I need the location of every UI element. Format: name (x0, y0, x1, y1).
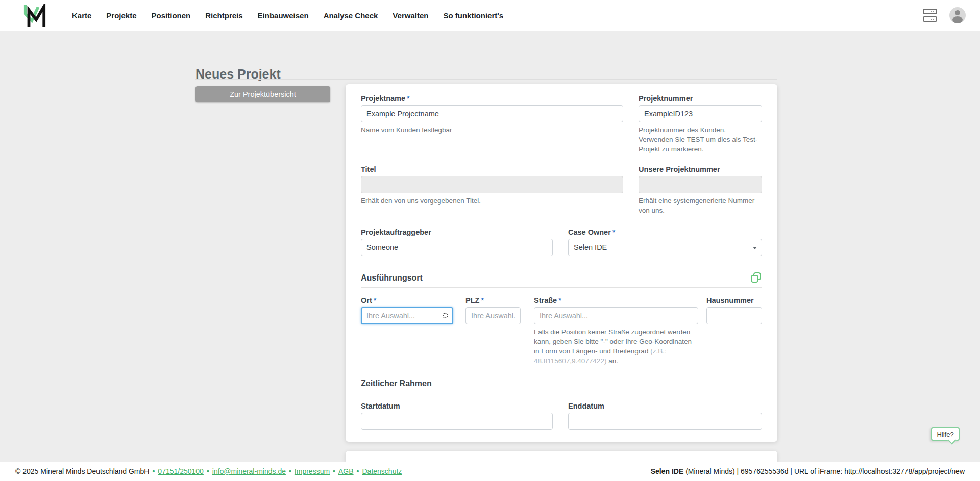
startdatum-label: Startdatum (361, 402, 553, 410)
chevron-down-icon (753, 247, 757, 249)
plz-label: PLZ* (465, 296, 521, 305)
title-divider (195, 79, 777, 80)
enddatum-input[interactable] (568, 413, 762, 430)
footer-left: © 2025 Mineral Minds Deutschland GmbH • … (15, 467, 402, 475)
footer-separator: • (207, 467, 209, 475)
projektauftraggeber-input[interactable] (361, 239, 553, 256)
strasse-input[interactable] (534, 307, 698, 324)
projektauftraggeber-label: Projektauftraggeber (361, 228, 553, 236)
projektname-label: Projektname* (361, 94, 623, 103)
footer-separator: • (333, 467, 335, 475)
projektname-helper: Name vom Kunden festlegbar (361, 125, 623, 135)
main-navigation: Karte Projekte Positionen Richtpreis Ein… (72, 11, 503, 20)
unsere-projektnummer-helper: Erhält eine systemgenerierte Nummer von … (639, 196, 762, 216)
section-ausfuehrungsort: Ausführungsort (361, 273, 762, 288)
projektnummer-label: Projektnummer (639, 94, 762, 103)
startdatum-input[interactable] (361, 413, 553, 430)
nav-item-projekte[interactable]: Projekte (106, 11, 136, 20)
hilfe-button[interactable]: Hilfe? (931, 427, 960, 441)
zur-projektuebersicht-button[interactable]: Zur Projektübersicht (195, 86, 330, 102)
hausnummer-label: Hausnummer (706, 296, 762, 305)
required-asterisk: * (612, 228, 616, 236)
required-asterisk: * (374, 296, 377, 305)
plz-input[interactable] (465, 307, 521, 324)
titel-input (361, 176, 623, 193)
required-asterisk: * (407, 94, 410, 103)
top-navbar: Karte Projekte Positionen Richtpreis Ein… (0, 0, 980, 31)
footer-link-datenschutz[interactable]: Datenschutz (362, 467, 402, 475)
case-owner-label: Case Owner* (568, 228, 762, 236)
server-bar-top (923, 9, 937, 14)
titel-helper: Erhält den von uns vorgegebenen Titel. (361, 196, 623, 206)
projektnummer-input[interactable] (639, 105, 762, 122)
navbar-right (923, 7, 966, 23)
user-avatar[interactable] (949, 7, 966, 23)
required-asterisk: * (558, 296, 561, 305)
footer: © 2025 Mineral Minds Deutschland GmbH • … (0, 462, 980, 481)
enddatum-label: Enddatum (568, 402, 762, 410)
unsere-projektnummer-input (639, 176, 762, 193)
server-icon[interactable] (923, 9, 937, 22)
projektname-input[interactable] (361, 105, 623, 122)
nav-item-verwalten[interactable]: Verwalten (393, 11, 428, 20)
footer-link-agb[interactable]: AGB (338, 467, 354, 475)
required-asterisk: * (481, 296, 484, 305)
hausnummer-input[interactable] (706, 307, 762, 324)
copy-location-button[interactable] (750, 271, 762, 284)
copy-icon (750, 271, 762, 284)
ort-label: Ort* (361, 296, 453, 305)
footer-link-email[interactable]: info@mineral-minds.de (212, 467, 286, 475)
footer-session-rest: (Mineral Minds) | 69576255536d | URL of … (683, 467, 965, 475)
nav-item-karte[interactable]: Karte (72, 11, 91, 20)
footer-separator: • (152, 467, 155, 475)
nav-item-einbauweisen[interactable]: Einbauweisen (258, 11, 309, 20)
section-zeitlicher-rahmen: Zeitlicher Rahmen (361, 379, 762, 393)
titel-label: Titel (361, 165, 623, 173)
next-section-card (346, 451, 777, 462)
footer-copyright: © 2025 Mineral Minds Deutschland GmbH (15, 467, 149, 475)
case-owner-select[interactable]: Selen IDE (568, 239, 762, 256)
footer-link-impressum[interactable]: Impressum (295, 467, 330, 475)
server-bar-bottom (923, 16, 937, 22)
footer-session-user: Selen IDE (651, 467, 684, 475)
new-project-form-card: Projektname* Name vom Kunden festlegbar … (346, 84, 777, 442)
nav-item-positionen[interactable]: Positionen (152, 11, 191, 20)
nav-item-analyse-check[interactable]: Analyse Check (324, 11, 378, 20)
strasse-label: Straße* (534, 296, 698, 305)
case-owner-value: Selen IDE (574, 243, 607, 251)
strasse-helper: Falls die Position keiner Straße zugeord… (534, 327, 698, 366)
footer-link-phone[interactable]: 07151/250100 (158, 467, 204, 475)
footer-separator: • (357, 467, 359, 475)
nav-item-richtpreis[interactable]: Richtpreis (205, 11, 242, 20)
ort-input[interactable] (361, 307, 453, 324)
unsere-projektnummer-label: Unsere Projektnummer (639, 165, 762, 173)
nav-item-so-funktionierts[interactable]: So funktioniert's (443, 11, 503, 20)
footer-separator: • (289, 467, 291, 475)
projektnummer-helper: Projektnummer des Kunden. Verwenden Sie … (639, 125, 762, 155)
footer-session-info: Selen IDE (Mineral Minds) | 69576255536d… (651, 467, 965, 475)
mineral-minds-logo-icon[interactable] (23, 4, 46, 27)
